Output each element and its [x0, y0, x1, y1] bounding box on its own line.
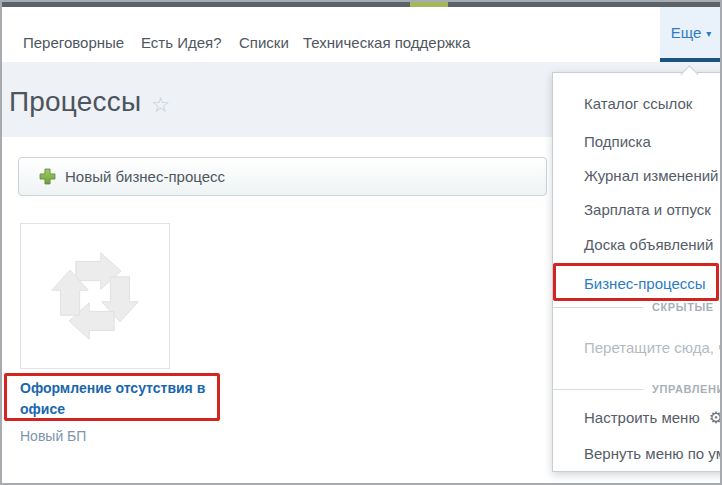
- menu-item-link-catalog[interactable]: Каталог ссылок: [584, 96, 692, 112]
- new-business-process-label: Новый бизнес-процесс: [65, 168, 225, 185]
- app-window: Переговорные Есть Идея? Списки Техническ…: [0, 0, 722, 485]
- favorite-star-icon[interactable]: ☆: [151, 94, 170, 115]
- menu-section-hidden-label: СКРЫТЫЕ: [652, 301, 714, 313]
- menu-section-manage: УПРАВЛЕНИЕ: [553, 383, 722, 395]
- business-process-arrows-icon: [47, 248, 143, 344]
- nav-more-button[interactable]: Еще ▾: [660, 7, 722, 62]
- menu-item-reset-menu[interactable]: Вернуть меню по умолч: [584, 445, 722, 462]
- menu-item-configure-menu[interactable]: Настроить меню ⚙: [584, 409, 722, 426]
- configure-menu-label: Настроить меню: [584, 409, 700, 426]
- nav-item-tech-support[interactable]: Техническая поддержка: [303, 34, 470, 51]
- highlight-box-process-title: [4, 373, 220, 421]
- nav-item-lists[interactable]: Списки: [239, 34, 289, 51]
- menu-section-manage-label: УПРАВЛЕНИЕ: [652, 383, 722, 395]
- gear-icon[interactable]: ⚙: [709, 410, 722, 426]
- menu-item-change-log[interactable]: Журнал изменений: [584, 168, 718, 184]
- section-divider: [553, 389, 643, 390]
- main-nav: Переговорные Есть Идея? Списки Техническ…: [2, 7, 720, 62]
- menu-item-subscription[interactable]: Подписка: [584, 134, 651, 150]
- nav-more-label: Еще: [671, 24, 702, 41]
- new-business-process-button[interactable]: Новый бизнес-процесс: [18, 157, 547, 196]
- section-divider: [553, 307, 643, 308]
- highlight-box-business-processes: [553, 263, 719, 301]
- page-title: Процессы: [9, 86, 141, 118]
- menu-section-hidden: СКРЫТЫЕ: [553, 301, 722, 313]
- nav-item-idea[interactable]: Есть Идея?: [141, 34, 222, 51]
- drag-here-hint: Перетащите сюда, чтоб: [584, 339, 722, 356]
- menu-item-bulletin-board[interactable]: Доска объявлений: [584, 237, 713, 253]
- process-card[interactable]: [20, 223, 170, 369]
- page-title-row: Процессы ☆: [9, 86, 170, 118]
- plus-icon: [39, 168, 56, 185]
- chevron-down-icon: ▾: [706, 29, 711, 39]
- reset-menu-label: Вернуть меню по умолч: [584, 445, 722, 462]
- new-bp-link[interactable]: Новый БП: [20, 428, 86, 444]
- menu-item-salary-vacation[interactable]: Зарплата и отпуск: [584, 202, 711, 218]
- nav-item-meeting-rooms[interactable]: Переговорные: [23, 34, 124, 51]
